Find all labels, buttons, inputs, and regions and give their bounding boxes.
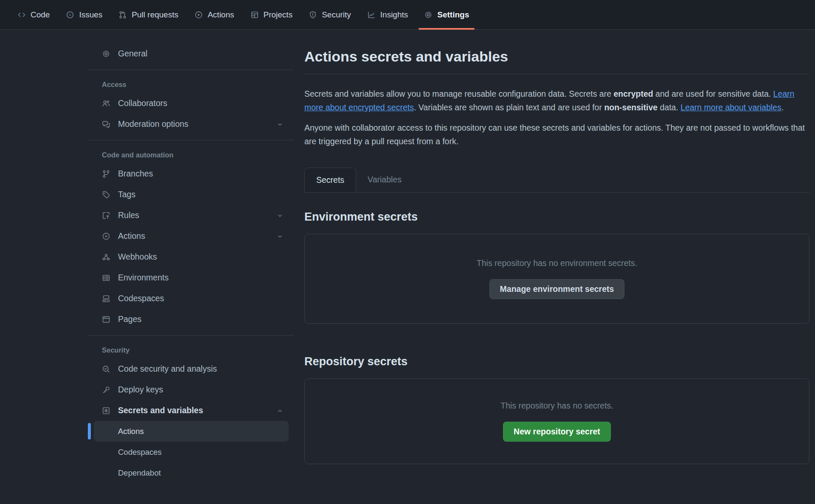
nav-tab-pull-requests[interactable]: Pull requests: [110, 0, 186, 29]
sidebar-item-label: Secrets and variables: [118, 406, 276, 415]
sidebar-section-code-automation: Code and automation: [88, 151, 294, 159]
shield-icon: [309, 11, 317, 19]
sidebar-item-label: General: [118, 49, 284, 59]
chevron-down-icon: [276, 120, 284, 128]
sidebar-section-security: Security: [88, 346, 294, 354]
sidebar-item-pages[interactable]: Pages: [88, 309, 294, 330]
sidebar-item-webhooks[interactable]: Webhooks: [88, 246, 294, 267]
environment-secrets-empty-box: This repository has no environment secre…: [304, 234, 809, 324]
server-icon: [102, 274, 110, 282]
repository-secrets-empty-box: This repository has no secrets. New repo…: [304, 378, 809, 464]
play-icon: [102, 232, 110, 241]
gear-icon: [424, 11, 433, 19]
sidebar-item-code-security[interactable]: Code security and analysis: [88, 358, 294, 379]
sidebar-item-label: Rules: [118, 210, 276, 220]
sidebar-subitem-label: Actions: [118, 427, 144, 436]
intro-text: data.: [658, 103, 680, 112]
intro-text: and are used for sensitive data.: [653, 89, 773, 98]
tag-icon: [102, 190, 110, 199]
graph-icon: [367, 11, 376, 19]
sidebar-item-label: Deploy keys: [118, 385, 284, 395]
intro-bold-encrypted: encrypted: [613, 89, 653, 98]
sidebar-item-label: Tags: [118, 190, 284, 199]
repository-secrets-heading: Repository secrets: [304, 355, 809, 368]
nav-tab-settings[interactable]: Settings: [416, 0, 477, 29]
nav-tab-security[interactable]: Security: [301, 0, 359, 29]
nav-tab-label: Issues: [79, 10, 102, 20]
sidebar-item-label: Codespaces: [118, 294, 284, 303]
code-icon: [17, 11, 26, 19]
key-icon: [102, 386, 110, 394]
new-repository-secret-button[interactable]: New repository secret: [503, 422, 611, 442]
webhook-icon: [102, 253, 110, 261]
sidebar-item-secrets-and-variables[interactable]: Secrets and variables: [88, 400, 294, 421]
title-divider: [304, 74, 809, 74]
nav-tab-label: Insights: [380, 10, 408, 20]
nav-tab-label: Settings: [437, 10, 469, 20]
nav-tab-label: Actions: [208, 10, 234, 20]
secrets-variables-tabnav: Secrets Variables: [304, 168, 809, 193]
link-variables[interactable]: Learn more about variables: [680, 103, 781, 112]
sidebar-item-label: Collaborators: [118, 98, 284, 108]
nav-tab-projects[interactable]: Projects: [242, 0, 301, 29]
sidebar-item-general[interactable]: General: [88, 43, 294, 64]
issue-opened-icon: [66, 11, 74, 19]
intro-bold-non-sensitive: non-sensitive: [604, 103, 658, 112]
tab-secrets[interactable]: Secrets: [304, 168, 356, 192]
sidebar-item-label: Actions: [118, 231, 276, 241]
repo-tab-bar: Code Issues Pull requests Actions Projec…: [0, 0, 815, 30]
sidebar-item-rules[interactable]: Rules: [88, 205, 294, 226]
chevron-up-icon: [276, 407, 284, 414]
git-branch-icon: [102, 170, 110, 178]
asterisk-box-icon: [102, 406, 110, 415]
sidebar-divider: [88, 335, 294, 336]
comment-discussion-icon: [102, 120, 110, 129]
nav-tab-actions[interactable]: Actions: [186, 0, 242, 29]
sidebar-item-actions[interactable]: Actions: [88, 226, 294, 246]
sidebar-item-label: Pages: [118, 314, 284, 324]
intro-text: . Variables are shown as plain text and …: [414, 103, 604, 112]
sidebar-item-collaborators[interactable]: Collaborators: [88, 93, 294, 114]
chevron-down-icon: [276, 212, 284, 219]
sidebar-subitem-label: Dependabot: [118, 468, 161, 478]
browser-icon: [102, 315, 110, 324]
sidebar-subitem-actions[interactable]: Actions: [94, 421, 289, 442]
gear-icon: [102, 50, 110, 58]
sidebar-item-moderation-options[interactable]: Moderation options: [88, 114, 294, 134]
sidebar-item-label: Webhooks: [118, 252, 284, 262]
settings-sidebar: General Access Collaborators Moderation …: [88, 30, 294, 483]
nav-tab-insights[interactable]: Insights: [359, 0, 416, 29]
intro-paragraph: Secrets and variables allow you to manag…: [304, 87, 809, 114]
environment-secrets-heading: Environment secrets: [304, 210, 809, 224]
nav-tab-issues[interactable]: Issues: [58, 0, 110, 29]
intro-text: Secrets and variables allow you to manag…: [304, 89, 613, 98]
settings-content: Actions secrets and variables Secrets an…: [304, 30, 809, 464]
environment-secrets-empty-text: This repository has no environment secre…: [477, 258, 637, 268]
sidebar-item-label: Environments: [118, 273, 284, 283]
sidebar-section-access: Access: [88, 81, 294, 89]
nav-tab-label: Code: [31, 10, 50, 20]
sidebar-item-environments[interactable]: Environments: [88, 267, 294, 288]
page-title: Actions secrets and variables: [304, 48, 809, 65]
sidebar-item-label: Moderation options: [118, 119, 276, 129]
manage-environment-secrets-button[interactable]: Manage environment secrets: [489, 279, 625, 299]
sidebar-item-branches[interactable]: Branches: [88, 163, 294, 184]
repository-secrets-empty-text: This repository has no secrets.: [500, 401, 613, 411]
rules-icon: [102, 211, 110, 220]
sidebar-subitem-dependabot[interactable]: Dependabot: [94, 462, 289, 483]
nav-tab-label: Security: [322, 10, 351, 20]
sidebar-item-deploy-keys[interactable]: Deploy keys: [88, 379, 294, 400]
sidebar-subitem-codespaces[interactable]: Codespaces: [94, 442, 289, 462]
sidebar-item-label: Code security and analysis: [118, 364, 284, 374]
codescan-icon: [102, 365, 110, 373]
sidebar-subitem-label: Codespaces: [118, 448, 162, 457]
sidebar-divider: [88, 140, 294, 140]
intro-text: .: [781, 103, 784, 112]
tab-variables[interactable]: Variables: [356, 168, 413, 192]
sidebar-divider: [88, 70, 294, 70]
nav-tab-code[interactable]: Code: [9, 0, 58, 29]
sidebar-item-codespaces[interactable]: Codespaces: [88, 288, 294, 309]
sidebar-item-tags[interactable]: Tags: [88, 184, 294, 205]
nav-tab-label: Pull requests: [132, 10, 178, 20]
sidebar-item-label: Branches: [118, 169, 284, 179]
